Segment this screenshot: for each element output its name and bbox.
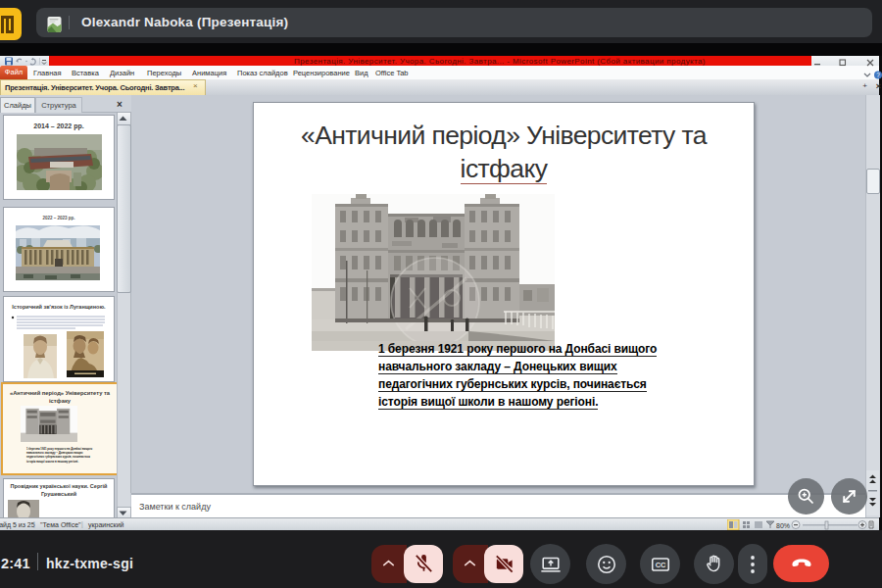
svg-text:?: ? xyxy=(876,72,880,78)
svg-text:CC: CC xyxy=(656,561,666,569)
svg-text:80%: 80% xyxy=(776,522,790,529)
